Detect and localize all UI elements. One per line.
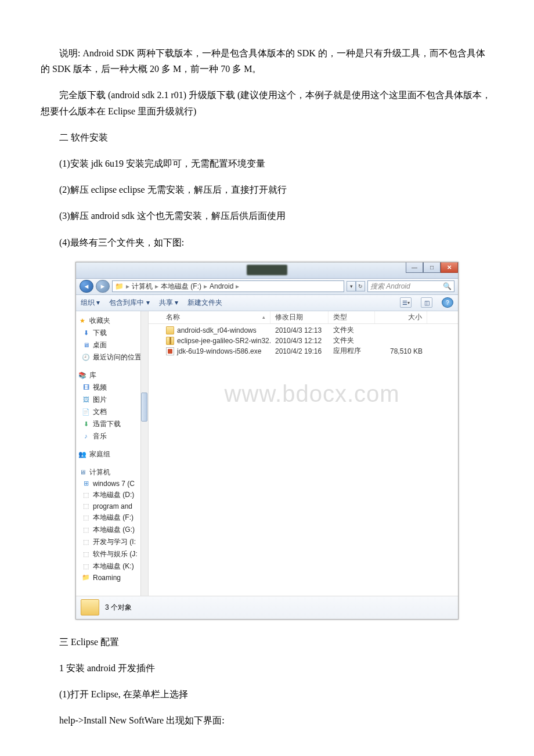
search-input[interactable]: 搜索 Android 🔍: [367, 280, 454, 292]
sidebar-desktop[interactable]: 🖥桌面: [76, 339, 148, 351]
sidebar-downloads[interactable]: ⬇下载: [76, 327, 148, 339]
paragraph-11: help->Install New SoftWare 出现如下界面:: [41, 712, 493, 728]
scrollbar-track[interactable]: [140, 311, 148, 596]
share-menu[interactable]: 共享 ▾: [159, 298, 178, 308]
address-bar: ◄ ► 📁 ▸ 计算机 ▸ 本地磁盘 (F:) ▸ Android ▸ ▾↻ 搜…: [76, 279, 458, 295]
sidebar-libraries[interactable]: 📚库: [76, 369, 148, 381]
sidebar-drive-d[interactable]: ⬚本地磁盘 (D:): [76, 489, 148, 501]
paragraph-10: (1)打开 Eclipse, 在菜单栏上选择: [41, 686, 493, 702]
folder-icon: 📁: [115, 282, 124, 290]
folder-icon: 📁: [82, 574, 90, 582]
titlebar[interactable]: — □ ✕: [76, 262, 458, 279]
exe-icon: [166, 347, 174, 355]
drive-icon: ⬚: [82, 562, 90, 570]
sidebar-recent[interactable]: 🕘最近访问的位置: [76, 351, 148, 363]
file-list-area: 名称▴ 修改日期 类型 大小 android-sdk_r04-windows 2…: [149, 311, 458, 596]
search-icon: 🔍: [443, 282, 452, 290]
drive-icon: ⬚: [82, 513, 90, 521]
file-row[interactable]: eclipse-jee-galileo-SR2-win32.zip 2010/4…: [149, 336, 458, 346]
library-icon: 📚: [78, 371, 86, 379]
col-header-date[interactable]: 修改日期: [270, 311, 329, 323]
sidebar-computer[interactable]: 🖥计算机: [76, 466, 148, 478]
status-text: 3 个对象: [105, 603, 132, 613]
paragraph-4: (1)安装 jdk 6u19 安装完成即可，无需配置环境变量: [41, 156, 493, 171]
window-controls: — □ ✕: [406, 262, 458, 273]
paragraph-8: 三 Eclipse 配置: [41, 634, 493, 650]
preview-pane-button[interactable]: ◫: [421, 297, 432, 308]
status-bar: 3 个对象: [76, 596, 458, 619]
forward-button[interactable]: ►: [96, 280, 110, 293]
sidebar-homegroup[interactable]: 👥家庭组: [76, 448, 148, 460]
picture-icon: 🖼: [82, 395, 90, 404]
sidebar-pictures[interactable]: 🖼图片: [76, 394, 148, 406]
column-headers: 名称▴ 修改日期 类型 大小: [149, 311, 458, 324]
sidebar-drive-i[interactable]: ⬚开发与学习 (I:: [76, 536, 148, 548]
include-library-menu[interactable]: 包含到库中 ▾: [109, 298, 149, 308]
maximize-button[interactable]: □: [423, 262, 441, 273]
video-icon: 🎞: [82, 383, 90, 391]
drive-icon: ⬚: [82, 538, 90, 546]
col-header-type[interactable]: 类型: [329, 311, 375, 323]
homegroup-icon: 👥: [78, 450, 86, 458]
col-header-size[interactable]: 大小: [375, 311, 427, 323]
sidebar-drive-f[interactable]: ⬚本地磁盘 (F:): [76, 512, 148, 524]
paragraph-6: (3)解压 android sdk 这个也无需安装，解压后供后面使用: [41, 208, 493, 224]
organize-menu[interactable]: 组织 ▾: [81, 298, 100, 308]
watermark: www.bdocx.com: [225, 381, 400, 407]
xunlei-icon: ⬇: [82, 420, 90, 428]
drive-icon: ⬚: [82, 525, 90, 534]
drive-icon: ⬚: [82, 550, 90, 558]
paragraph-1: 说明: Android SDK 两种下载版本，一种是包含具体版本的 SDK 的，…: [41, 45, 493, 77]
sidebar-xunlei[interactable]: ⬇迅雷下载: [76, 418, 148, 430]
windows-drive-icon: ⊞: [82, 480, 90, 488]
file-row[interactable]: android-sdk_r04-windows 2010/4/3 12:13 文…: [149, 325, 458, 336]
new-folder-button[interactable]: 新建文件夹: [187, 298, 222, 308]
folder-icon: [166, 326, 174, 334]
paragraph-2: 完全版下载 (android sdk 2.1 r01) 升级版下载 (建议使用这…: [41, 87, 493, 118]
paragraph-5: (2)解压 eclipse eclipse 无需安装，解压后，直接打开就行: [41, 182, 493, 197]
paragraph-9: 1 安装 android 开发插件: [41, 660, 493, 676]
folder-icon-large: [81, 599, 99, 615]
explorer-body: ★收藏夹 ⬇下载 🖥桌面 🕘最近访问的位置 📚库 🎞视频 🖼图片 📄文档 ⬇迅雷…: [76, 311, 458, 596]
windows-explorer-window: — □ ✕ ◄ ► 📁 ▸ 计算机 ▸ 本地磁盘 (F:) ▸ Android …: [75, 262, 459, 620]
drive-icon: ⬚: [82, 491, 90, 499]
sidebar-drive-program[interactable]: ⬚program and: [76, 501, 148, 512]
recent-icon: 🕘: [82, 353, 90, 361]
sidebar-drive-g[interactable]: ⬚本地磁盘 (G:): [76, 524, 148, 536]
paragraph-7: (4)最终有三个文件夹，如下图:: [41, 235, 493, 250]
file-list: android-sdk_r04-windows 2010/4/3 12:13 文…: [149, 324, 458, 357]
close-button[interactable]: ✕: [441, 262, 458, 273]
path-part-1[interactable]: 本地磁盘 (F:): [161, 282, 201, 291]
path-root[interactable]: 计算机: [132, 282, 153, 291]
zip-icon: [166, 337, 174, 345]
sidebar: ★收藏夹 ⬇下载 🖥桌面 🕘最近访问的位置 📚库 🎞视频 🖼图片 📄文档 ⬇迅雷…: [76, 311, 149, 596]
document-icon: 📄: [82, 408, 90, 416]
toolbar: 组织 ▾ 包含到库中 ▾ 共享 ▾ 新建文件夹 ☰ ▾ ◫ ?: [76, 295, 458, 311]
paragraph-3: 二 软件安装: [41, 129, 493, 145]
view-options-button[interactable]: ☰ ▾: [400, 297, 412, 308]
path-part-2[interactable]: Android: [210, 282, 233, 290]
sidebar-videos[interactable]: 🎞视频: [76, 381, 148, 394]
drive-icon: ⬚: [82, 502, 90, 510]
sidebar-drive-c[interactable]: ⊞windows 7 (C: [76, 478, 148, 489]
sidebar-roaming[interactable]: 📁Roaming: [76, 573, 148, 583]
desktop-icon: 🖥: [82, 341, 90, 349]
scrollbar-thumb[interactable]: [141, 393, 147, 422]
sidebar-drive-k[interactable]: ⬚本地磁盘 (K:): [76, 560, 148, 573]
help-button[interactable]: ?: [442, 297, 453, 308]
music-icon: ♪: [82, 432, 90, 440]
minimize-button[interactable]: —: [406, 262, 423, 273]
sidebar-favorites[interactable]: ★收藏夹: [76, 315, 148, 327]
titlebar-blur: [247, 265, 287, 275]
path-breadcrumb[interactable]: 📁 ▸ 计算机 ▸ 本地磁盘 (F:) ▸ Android ▸: [112, 280, 344, 292]
computer-icon: 🖥: [78, 468, 86, 476]
file-row[interactable]: jdk-6u19-windows-i586.exe 2010/4/2 19:16…: [149, 346, 458, 357]
sidebar-music[interactable]: ♪音乐: [76, 430, 148, 442]
sort-asc-icon: ▴: [262, 314, 265, 320]
path-history-buttons[interactable]: ▾↻: [347, 281, 365, 291]
sidebar-drive-j[interactable]: ⬚软件与娱乐 (J:: [76, 548, 148, 560]
star-icon: ★: [78, 316, 86, 325]
sidebar-documents[interactable]: 📄文档: [76, 406, 148, 418]
col-header-name[interactable]: 名称▴: [149, 311, 270, 323]
back-button[interactable]: ◄: [80, 280, 93, 293]
